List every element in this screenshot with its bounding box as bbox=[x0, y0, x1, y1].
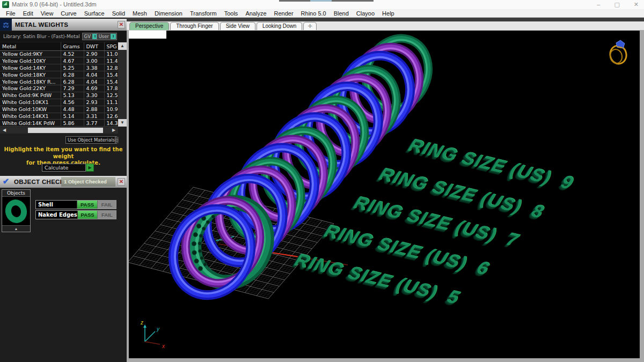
menu-item-help[interactable]: Help bbox=[378, 10, 398, 17]
tab-looking-down[interactable]: Looking Down bbox=[257, 22, 302, 30]
menu-item-surface[interactable]: Surface bbox=[80, 10, 108, 17]
new-viewport-tab[interactable]: ✛ bbox=[303, 22, 316, 30]
table-header-row: Metal Grams DWT SPG bbox=[0, 42, 118, 50]
shell-fail-button[interactable]: FAIL bbox=[97, 201, 116, 209]
cell-spg: 10.99 bbox=[104, 106, 118, 113]
table-row[interactable]: White Gold:14K PdW5.863.7714.37 bbox=[0, 120, 118, 127]
menu-item-rhino-5-0[interactable]: Rhino 5.0 bbox=[297, 10, 330, 17]
menu-item-transform[interactable]: Transform bbox=[186, 10, 221, 17]
calculate-run-icon[interactable]: ▶ bbox=[86, 164, 94, 172]
menu-item-mesh[interactable]: Mesh bbox=[129, 10, 151, 17]
tab-side-view[interactable]: Side View bbox=[220, 22, 255, 30]
table-row[interactable]: Yellow Gold:14KY5.253.3812.88 bbox=[0, 64, 118, 71]
menu-item-dimension[interactable]: Dimension bbox=[151, 10, 186, 17]
objects-collapse-icon[interactable]: ▲ bbox=[2, 225, 30, 231]
naked-edges-check-row: Naked Edges PASS FAIL bbox=[35, 210, 116, 219]
menu-item-curve[interactable]: Curve bbox=[57, 10, 80, 17]
cell-metal: Yellow Gold:9KY bbox=[0, 50, 61, 57]
materials-dropdown[interactable]: Use Object Materials ◻ bbox=[65, 136, 117, 144]
menu-bar: FileEditViewCurveSurfaceSolidMeshDimensi… bbox=[0, 9, 644, 18]
library-label: Library: Satin Blur - (Fast)-Metal bbox=[3, 34, 80, 39]
scroll-down-icon[interactable]: ▼ bbox=[118, 119, 127, 127]
minimize-button[interactable]: – bbox=[597, 0, 600, 9]
object-checker-close-icon[interactable]: ✕ bbox=[118, 178, 125, 186]
scroll-right-icon[interactable]: ▶ bbox=[111, 127, 117, 134]
table-row[interactable]: White Gold:10KW4.482.8810.99 bbox=[0, 106, 118, 113]
cell-dwt: 3.00 bbox=[84, 57, 104, 64]
horizontal-scrollbar[interactable]: ◀ ▶ bbox=[0, 127, 118, 134]
tab-perspective[interactable]: Perspective bbox=[129, 22, 169, 30]
viewport-scene: zyx bbox=[129, 31, 640, 358]
viewport-tab-bar: PerspectiveThrough FingerSide ViewLookin… bbox=[127, 21, 644, 30]
table-row[interactable]: Yellow Gold:10KY4.673.0011.45 bbox=[0, 57, 118, 64]
table-row[interactable]: White Gold:10KX14.562.9311.16 bbox=[0, 99, 118, 106]
menu-item-file[interactable]: File bbox=[2, 10, 19, 17]
cell-dwt: 3.30 bbox=[84, 92, 104, 99]
naked-edges-fail-button[interactable]: FAIL bbox=[97, 211, 116, 219]
metal-weights-close-icon[interactable]: ✕ bbox=[118, 21, 125, 28]
shell-pass-button[interactable]: PASS bbox=[77, 201, 97, 209]
cell-dwt: 3.38 bbox=[84, 64, 104, 71]
menu-item-clayoo[interactable]: Clayoo bbox=[353, 10, 378, 17]
ring-thumbnail[interactable] bbox=[2, 197, 30, 225]
cell-dwt: 2.90 bbox=[84, 50, 104, 57]
viewport-flyout bbox=[129, 31, 166, 39]
scroll-left-icon[interactable]: ◀ bbox=[1, 127, 8, 134]
table-row[interactable]: White Gold:14KX15.143.3112.61 bbox=[0, 113, 118, 120]
table-row[interactable]: Yellow Gold:18KY R...6.284.0415.41 bbox=[0, 78, 118, 85]
cell-grams: 4.67 bbox=[61, 57, 84, 64]
ring-logo-icon bbox=[609, 40, 628, 65]
vertical-scrollbar[interactable]: ▲ ▼ bbox=[118, 42, 127, 127]
svg-text:x: x bbox=[162, 343, 165, 349]
cell-grams: 5.86 bbox=[61, 120, 84, 127]
metal-weights-header: ⚖ METAL WEIGHTS ✕ bbox=[0, 19, 127, 31]
menu-item-blend[interactable]: Blend bbox=[330, 10, 353, 17]
table-row[interactable]: White Gold:9K PdW5.133.3012.59 bbox=[0, 92, 118, 99]
svg-text:z: z bbox=[140, 320, 143, 326]
menu-item-render[interactable]: Render bbox=[270, 10, 297, 17]
viewport-zone: PerspectiveThrough FingerSide ViewLookin… bbox=[127, 18, 644, 362]
cell-dwt: 4.04 bbox=[84, 78, 104, 85]
metal-weights-table: Metal Grams DWT SPG Yellow Gold:9KY4.522… bbox=[0, 42, 118, 127]
table-row[interactable]: Yellow Gold:22KY7.294.6917.85 bbox=[0, 85, 118, 92]
user-indicator-icon: I bbox=[111, 34, 116, 39]
cell-spg: 12.88 bbox=[104, 64, 118, 71]
table-row[interactable]: Yellow Gold:18KY6.284.0415.41 bbox=[0, 71, 118, 78]
cell-dwt: 4.69 bbox=[84, 85, 104, 92]
menu-item-solid[interactable]: Solid bbox=[108, 10, 129, 17]
cell-grams: 5.13 bbox=[61, 92, 84, 99]
checkmark-icon: ✔ bbox=[0, 176, 12, 187]
close-button[interactable]: ✕ bbox=[634, 0, 639, 9]
naked-edges-pass-button[interactable]: PASS bbox=[77, 211, 98, 219]
menu-item-view[interactable]: View bbox=[37, 10, 57, 17]
maximize-button[interactable]: ▢ bbox=[614, 0, 619, 9]
window-title: Matrix 9.0 (64-bit) - Untitled.3dm bbox=[12, 1, 97, 8]
menu-item-tools[interactable]: Tools bbox=[221, 10, 242, 17]
metal-weights-title: METAL WEIGHTS bbox=[15, 21, 68, 28]
left-sidebar: ⚖ METAL WEIGHTS ✕ Library: Satin Blur - … bbox=[0, 18, 127, 362]
cell-grams: 5.25 bbox=[61, 64, 84, 71]
cell-metal: Yellow Gold:18KY R... bbox=[0, 78, 61, 85]
objects-box: Objects ▲ bbox=[2, 189, 31, 232]
cell-grams: 6.28 bbox=[61, 71, 84, 78]
cell-grams: 4.52 bbox=[61, 50, 84, 57]
cell-metal: Yellow Gold:18KY bbox=[0, 71, 61, 78]
menu-item-analyze[interactable]: Analyze bbox=[241, 10, 270, 17]
scroll-up-icon[interactable]: ▲ bbox=[118, 42, 127, 50]
menu-item-edit[interactable]: Edit bbox=[19, 10, 37, 17]
cell-grams: 6.28 bbox=[61, 78, 84, 85]
hscroll-thumb[interactable] bbox=[28, 128, 103, 133]
cell-metal: White Gold:10KX1 bbox=[0, 99, 61, 106]
dropdown-button-icon[interactable]: ◻ bbox=[115, 137, 119, 143]
user-toggle[interactable]: User I bbox=[97, 33, 117, 40]
svg-text:y: y bbox=[156, 326, 160, 332]
perspective-viewport[interactable]: zyx RING SIZE (US) 9RING SIZE (US) 8RING… bbox=[129, 30, 640, 358]
cell-spg: 17.85 bbox=[104, 85, 118, 92]
object-checker-status: 1 Object Checked bbox=[61, 177, 115, 187]
tab-through-finger[interactable]: Through Finger bbox=[170, 22, 218, 30]
table-row[interactable]: Yellow Gold:9KY4.522.9011.08 bbox=[0, 50, 118, 57]
object-checker-header: ✔ OBJECT CHECKER 1 Object Checked ✕ bbox=[0, 176, 127, 188]
balance-icon: ⚖ bbox=[0, 19, 12, 31]
calculate-button[interactable]: Calculate bbox=[42, 164, 86, 172]
library-bar: Library: Satin Blur - (Fast)-Metal GV I … bbox=[0, 31, 127, 42]
